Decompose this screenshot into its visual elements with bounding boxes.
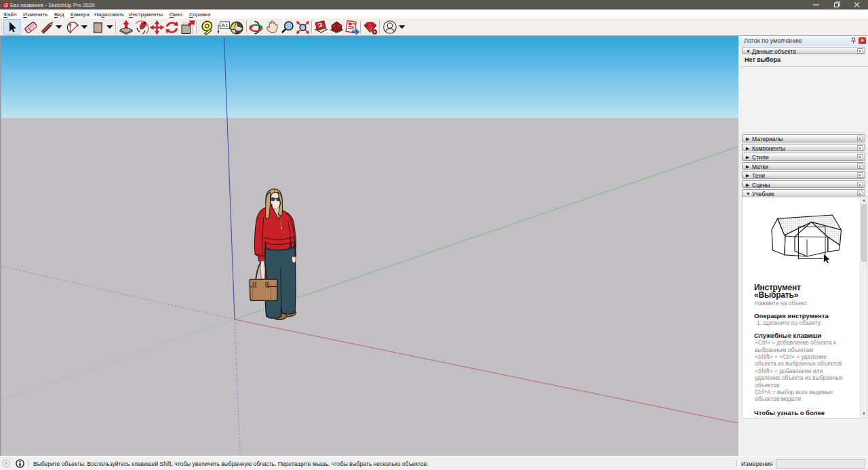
svg-text:A1: A1 (222, 22, 229, 28)
